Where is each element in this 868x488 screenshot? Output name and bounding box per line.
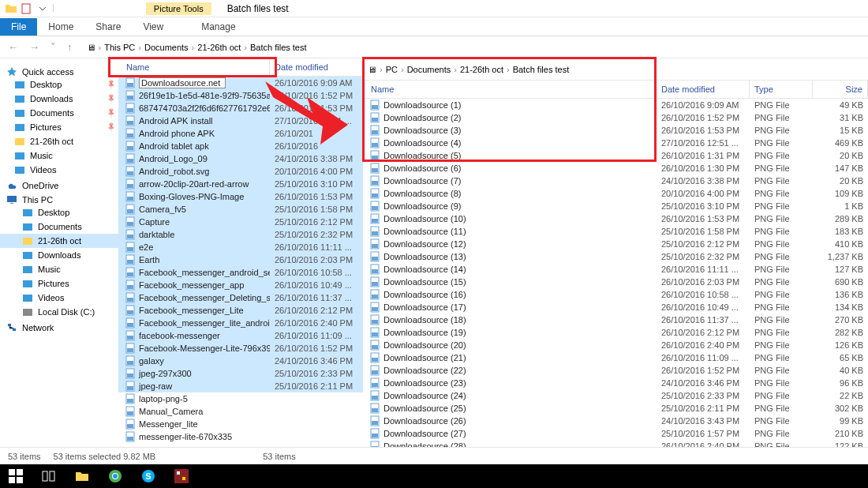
sidebar-item[interactable]: Desktop [0,205,118,220]
file-row[interactable]: Downloadsource (25)25/10/2016 2:11 PMPNG… [363,402,868,415]
breadcrumb-segment[interactable]: Batch files test [250,43,307,52]
sidebar-item[interactable]: Music [0,262,118,276]
file-row[interactable]: Downloadsource (24)25/10/2016 2:33 PMPNG… [363,389,868,402]
sidebar-item[interactable]: Downloads [0,248,118,262]
skype-taskbar-icon[interactable]: S [133,464,164,488]
file-row[interactable]: Downloadsource (18)26/10/2016 11:37 ...P… [363,313,868,326]
file-row[interactable]: 26f19e1b-1e5d-481e-92f9-75635a9a81b726/1… [118,89,363,102]
breadcrumb-segment[interactable]: This PC [104,43,135,52]
explorer-taskbar-icon[interactable] [66,464,98,488]
file-row[interactable]: Downloadsource (11)25/10/2016 1:58 PMPNG… [363,225,868,238]
forward-button[interactable]: → [26,41,43,53]
file-row[interactable]: Android_robot.svg20/10/2016 4:00 PM [118,165,363,178]
file-row[interactable]: Manual_Camera [118,405,363,418]
file-row[interactable]: Earth26/10/2016 2:03 PM [118,253,363,266]
chrome-taskbar-icon[interactable] [99,464,131,488]
file-row[interactable]: Downloadsource (2)26/10/2016 1:52 PMPNG … [363,111,868,124]
breadcrumb-segment[interactable]: 21-26th oct [197,43,241,52]
onedrive-group[interactable]: OneDrive [0,180,118,191]
file-row[interactable]: Android tablet apk26/10/2016 [118,140,363,152]
file-row[interactable]: 687474703a2f2f6d6f627761792e696e2f626/10… [118,102,363,114]
tab-manage[interactable]: Manage [190,18,246,36]
file-row[interactable]: Facebook-Messenger-Lite-796x39826/10/201… [118,342,363,355]
col-date[interactable]: Date modified [270,58,363,76]
sidebar-item[interactable]: 21-26th oct [0,134,118,148]
folder-icon[interactable] [5,2,17,15]
file-row[interactable]: Downloadsource (4)27/10/2016 12:51 ...PN… [363,137,868,149]
sidebar-item[interactable]: Downloads [0,92,118,106]
file-row[interactable]: Downloadsource (28)26/10/2016 2:40 PMPNG… [363,440,868,447]
file-row[interactable]: Facebook_messenger_lite_android26/10/201… [118,317,363,329]
start-button[interactable] [0,464,32,488]
qat-dropdown-icon[interactable] [36,2,49,15]
file-row[interactable]: Downloadsource (5)26/10/2016 1:31 PMPNG … [363,149,868,162]
col-type[interactable]: Type [750,81,813,98]
properties-icon[interactable] [21,2,33,15]
col-size[interactable]: Size [813,81,868,98]
col-date[interactable]: Date modified [657,81,750,98]
file-row[interactable]: Downloadsource (17)26/10/2016 10:49 ...P… [363,301,868,313]
breadcrumb[interactable]: 🖥 › This PC › Documents › 21-26th oct › … [87,43,307,52]
file-row[interactable]: laptop-png-5 [118,392,363,405]
col-name[interactable]: Name [118,58,270,76]
sidebar-item[interactable]: Pictures [0,120,118,134]
file-row[interactable]: Downloadsource (1)26/10/2016 9:09 AMPNG … [363,99,868,111]
sidebar-item[interactable]: 21-26th oct [0,234,118,248]
task-view-button[interactable] [33,464,65,488]
this-pc-group[interactable]: This PC [0,194,118,205]
file-row[interactable]: Facebook_messenger_app26/10/2016 10:49 .… [118,279,363,291]
sidebar-item[interactable]: Local Disk (C:) [0,305,118,319]
file-row[interactable]: Downloadsource (22)26/10/2016 1:52 PMPNG… [363,364,868,377]
file-row[interactable]: Downloadsource.net26/10/2016 9:09 AM [118,77,363,89]
tab-view[interactable]: View [132,18,174,36]
file-row[interactable]: arrow-20clip-20art-red-arrow25/10/2016 3… [118,178,363,190]
file-row[interactable]: Boxing-Gloves-PNG-Image26/10/2016 1:53 P… [118,190,363,203]
quick-access-group[interactable]: Quick access [0,66,118,77]
recent-dropdown[interactable]: ˅ [47,41,59,53]
breadcrumb-right[interactable]: 🖥 › PC › Documents › 21-26th oct › Batch… [368,65,569,74]
file-row[interactable]: Facebook_messenger_android_secret26/10/2… [118,266,363,279]
file-row[interactable]: Downloadsource (8)20/10/2016 4:00 PMPNG … [363,187,868,200]
app-taskbar-icon[interactable] [166,464,197,488]
col-name[interactable]: Name [363,81,657,98]
file-row[interactable]: Downloadsource (19)26/10/2016 2:12 PMPNG… [363,326,868,339]
sidebar-item[interactable]: Documents [0,106,118,120]
sidebar-item[interactable]: Documents [0,220,118,234]
file-row[interactable]: Downloadsource (12)25/10/2016 2:12 PMPNG… [363,238,868,250]
file-row[interactable]: e2e26/10/2016 11:11 ... [118,241,363,253]
breadcrumb-segment[interactable]: Batch files test [513,65,570,74]
sidebar-item[interactable]: Videos [0,291,118,305]
file-row[interactable]: Downloadsource (9)25/10/2016 3:10 PMPNG … [363,200,868,212]
file-row[interactable]: Downloadsource (23)24/10/2016 3:46 PMPNG… [363,377,868,389]
file-row[interactable]: Downloadsource (20)26/10/2016 2:40 PMPNG… [363,339,868,351]
sidebar-item[interactable]: Desktop [0,77,118,92]
file-row[interactable]: Downloadsource (6)26/10/2016 1:30 PMPNG … [363,162,868,175]
file-row[interactable]: Downloadsource (3)26/10/2016 1:53 PMPNG … [363,124,868,137]
network-group[interactable]: Network [0,322,118,333]
file-row[interactable]: messenger-lite-670x335 [118,430,363,443]
tab-file[interactable]: File [0,18,37,36]
file-row[interactable]: Downloadsource (10)26/10/2016 1:53 PMPNG… [363,212,868,225]
sidebar-item[interactable]: Pictures [0,276,118,291]
file-row[interactable]: Downloadsource (7)24/10/2016 3:38 PMPNG … [363,175,868,187]
file-row[interactable]: Downloadsource (13)25/10/2016 2:32 PMPNG… [363,250,868,263]
file-row[interactable]: Downloadsource (16)26/10/2016 10:58 ...P… [363,288,868,301]
breadcrumb-segment[interactable]: Documents [407,65,451,74]
breadcrumb-segment[interactable]: 21-26th oct [460,65,503,74]
file-row[interactable]: darktable25/10/2016 2:32 PM [118,228,363,241]
file-row[interactable]: Messenger_lite [118,418,363,430]
tab-home[interactable]: Home [37,18,84,36]
file-row[interactable]: Downloadsource (26)24/10/2016 3:43 PMPNG… [363,415,868,427]
sidebar-item[interactable]: Videos [0,163,118,177]
rename-input[interactable]: Downloadsource.net [139,77,226,88]
file-row[interactable]: Android phone APK26/10/201 [118,127,363,140]
breadcrumb-segment[interactable]: PC [386,65,398,74]
file-row[interactable]: jpeg-297x30025/10/2016 2:33 PM [118,367,363,380]
file-row[interactable]: Downloadsource (27)25/10/2016 1:57 PMPNG… [363,427,868,440]
file-row[interactable]: Downloadsource (15)26/10/2016 2:03 PMPNG… [363,276,868,288]
file-row[interactable]: Downloadsource (14)26/10/2016 11:11 ...P… [363,263,868,276]
file-row[interactable]: galaxy24/10/2016 3:46 PM [118,355,363,367]
sidebar-item[interactable]: Music [0,148,118,163]
file-row[interactable]: Downloadsource (21)26/10/2016 11:09 ...P… [363,351,868,364]
file-row[interactable]: jpeg-raw25/10/2016 2:11 PM [118,380,363,392]
